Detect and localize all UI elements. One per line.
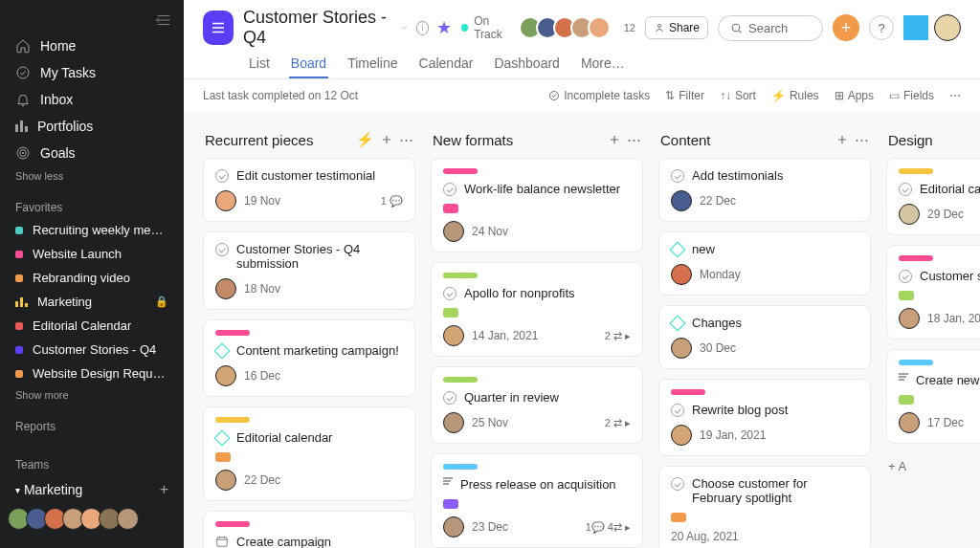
search-input[interactable]: Search xyxy=(718,15,823,41)
tab-list[interactable]: List xyxy=(247,50,272,78)
reports-header[interactable]: Reports xyxy=(0,412,184,437)
task-card[interactable]: Customer spo18 Jan, 2021 xyxy=(886,245,980,340)
task-card[interactable]: Edit customer testimonial19 Nov1 💬 xyxy=(203,158,415,222)
nav-inbox[interactable]: Inbox xyxy=(0,86,184,113)
board-column: New formats ⋯Work-life balance newslette… xyxy=(431,127,643,533)
task-card[interactable]: Work-life balance newsletter24 Nov xyxy=(431,158,643,252)
task-card[interactable]: Choose customer for February spotlight20… xyxy=(658,466,871,548)
project-icon[interactable] xyxy=(203,11,234,45)
complete-check-icon[interactable] xyxy=(899,270,912,283)
assignee-avatar[interactable] xyxy=(899,412,920,433)
favorite-item[interactable]: Website Design Reque… xyxy=(0,362,184,385)
complete-check-icon[interactable] xyxy=(443,183,457,196)
assignee-avatar[interactable] xyxy=(443,325,464,346)
favorite-item[interactable]: Customer Stories - Q4 xyxy=(0,338,184,362)
incomplete-filter[interactable]: Incomplete tasks xyxy=(548,89,650,102)
task-card[interactable]: Create campaign xyxy=(203,511,415,548)
add-task-row[interactable]: + A xyxy=(886,453,980,479)
assignee-avatar[interactable] xyxy=(671,338,692,359)
task-card[interactable]: Content marketing campaign!16 Dec xyxy=(203,319,415,397)
favorite-item[interactable]: Editorial Calendar xyxy=(0,314,184,338)
show-less[interactable]: Show less xyxy=(0,166,184,193)
column-title[interactable]: Content xyxy=(660,132,711,148)
task-card[interactable]: Changes30 Dec xyxy=(658,305,871,369)
assignee-avatar[interactable] xyxy=(215,470,236,491)
filter-button[interactable]: ⇅ Filter xyxy=(665,89,704,102)
rules-button[interactable]: ⚡Rules xyxy=(771,89,819,102)
project-status[interactable]: On Track xyxy=(461,14,515,41)
column-more-icon[interactable]: ⋯ xyxy=(627,131,641,148)
assignee-avatar[interactable] xyxy=(899,204,920,225)
assignee-avatar[interactable] xyxy=(671,425,692,446)
assignee-avatar[interactable] xyxy=(443,516,464,537)
share-button[interactable]: Share xyxy=(645,16,708,39)
due-date: 29 Dec xyxy=(927,208,964,221)
favorite-item[interactable]: Website Launch xyxy=(0,242,184,266)
assignee-avatar[interactable] xyxy=(215,278,236,299)
task-card[interactable]: Editorial calendar22 Dec xyxy=(203,406,415,501)
task-card[interactable]: Editorial cale29 Dec xyxy=(886,158,980,235)
sidebar-collapse[interactable] xyxy=(0,8,184,33)
global-add-button[interactable]: + xyxy=(833,14,859,41)
more-icon[interactable]: ⋯ xyxy=(949,89,961,102)
favorite-item[interactable]: Recruiting weekly mee… xyxy=(0,218,184,242)
tab-more…[interactable]: More… xyxy=(579,50,627,78)
complete-check-icon[interactable] xyxy=(671,477,684,491)
task-card[interactable]: Press release on acquisition23 Dec1💬 4⇄ … xyxy=(431,453,643,548)
chevron-down-icon[interactable] xyxy=(399,22,409,33)
nav-my-tasks[interactable]: My Tasks xyxy=(0,59,184,86)
column-title[interactable]: New formats xyxy=(433,132,513,148)
nav-home[interactable]: Home xyxy=(0,33,184,59)
team-marketing[interactable]: ▾ Marketing + xyxy=(0,475,184,504)
sort-button[interactable]: ↑↓ Sort xyxy=(720,89,756,102)
assignee-avatar[interactable] xyxy=(443,221,464,242)
assignee-avatar[interactable] xyxy=(215,365,236,386)
complete-check-icon[interactable] xyxy=(671,404,684,417)
complete-check-icon[interactable] xyxy=(899,183,912,196)
project-title[interactable]: Customer Stories - Q4 i ★ xyxy=(243,8,452,48)
add-task-icon[interactable] xyxy=(380,133,393,146)
unknown-blue-square[interactable] xyxy=(903,15,928,40)
apps-button[interactable]: ⊞ Apps xyxy=(835,89,874,102)
add-task-icon[interactable] xyxy=(608,133,621,146)
bolt-icon[interactable]: ⚡ xyxy=(356,131,374,148)
add-task-icon[interactable] xyxy=(835,133,849,146)
add-team-icon[interactable]: + xyxy=(160,481,168,498)
tab-board[interactable]: Board xyxy=(289,50,328,78)
member-avatars[interactable] xyxy=(524,16,611,39)
assignee-avatar[interactable] xyxy=(443,412,464,433)
favorite-item[interactable]: Marketing🔒 xyxy=(0,290,184,314)
complete-check-icon[interactable] xyxy=(215,169,229,183)
nav-portfolios[interactable]: Portfolios xyxy=(0,113,184,140)
task-card[interactable]: Quarter in review25 Nov2 ⇄ ▸ xyxy=(431,366,643,444)
column-more-icon[interactable]: ⋯ xyxy=(399,131,413,148)
info-icon[interactable]: i xyxy=(416,21,429,35)
task-card[interactable]: Rewrite blog post19 Jan, 2021 xyxy=(658,379,871,456)
complete-check-icon[interactable] xyxy=(443,391,457,405)
help-button[interactable]: ? xyxy=(869,15,894,40)
tab-dashboard[interactable]: Dashboard xyxy=(492,50,562,78)
task-card[interactable]: newMonday xyxy=(658,231,871,296)
task-card[interactable]: Customer Stories - Q4 submission18 Nov xyxy=(203,231,415,310)
complete-check-icon[interactable] xyxy=(671,169,684,183)
assignee-avatar[interactable] xyxy=(671,190,692,211)
assignee-avatar[interactable] xyxy=(215,190,236,211)
task-card[interactable]: Apollo for nonprofits14 Jan, 20212 ⇄ ▸ xyxy=(431,262,643,357)
assignee-avatar[interactable] xyxy=(671,264,692,285)
favorite-item[interactable]: Rebranding video xyxy=(0,266,184,290)
nav-goals[interactable]: Goals xyxy=(0,140,184,166)
task-card[interactable]: Create new in17 Dec xyxy=(886,349,980,444)
column-title[interactable]: Design xyxy=(888,132,933,148)
show-more[interactable]: Show more xyxy=(0,385,184,412)
fields-button[interactable]: ▭ Fields xyxy=(889,89,934,102)
star-icon[interactable]: ★ xyxy=(436,17,452,38)
user-avatar[interactable] xyxy=(934,14,961,41)
column-more-icon[interactable]: ⋯ xyxy=(855,131,869,148)
task-card[interactable]: Add testimonials22 Dec xyxy=(658,158,871,222)
complete-check-icon[interactable] xyxy=(215,243,229,256)
tab-timeline[interactable]: Timeline xyxy=(345,50,399,78)
tab-calendar[interactable]: Calendar xyxy=(417,50,476,78)
column-title[interactable]: Recurrent pieces xyxy=(205,132,313,148)
assignee-avatar[interactable] xyxy=(899,308,920,329)
complete-check-icon[interactable] xyxy=(443,287,457,300)
